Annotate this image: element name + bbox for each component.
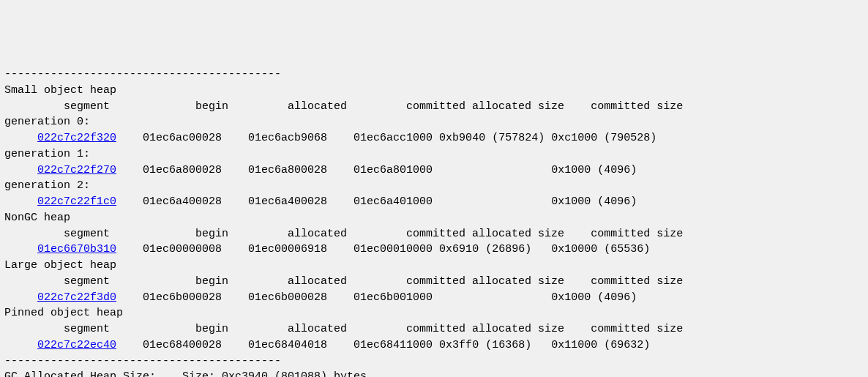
poh-header: segment begin allocated committed alloca… bbox=[4, 323, 683, 335]
gen0-indent bbox=[4, 132, 37, 144]
gen2-indent bbox=[4, 195, 37, 208]
divider-bottom: ----------------------------------------… bbox=[4, 355, 281, 367]
loh-indent bbox=[4, 291, 37, 304]
nongc-segment-link[interactable]: 01ec6670b310 bbox=[37, 243, 116, 255]
gen2-row: 01ec6a400028 01ec6a400028 01ec6a401000 0… bbox=[116, 195, 637, 208]
gen1-segment-link[interactable]: 022c7c22f270 bbox=[37, 164, 116, 176]
loh-segment-link[interactable]: 022c7c22f3d0 bbox=[37, 291, 116, 304]
poh-row: 01ec68400028 01ec68404018 01ec68411000 0… bbox=[116, 339, 650, 351]
loh-label: Large object heap bbox=[4, 259, 116, 272]
poh-label: Pinned object heap bbox=[4, 307, 123, 319]
gc-allocated-total: GC Allocated Heap Size: Size: 0xc3940 (8… bbox=[4, 370, 373, 377]
gen0-row: 01ec6ac00028 01ec6acb9068 01ec6acc1000 0… bbox=[116, 132, 656, 144]
gen2-label: generation 2: bbox=[4, 179, 90, 192]
nongc-indent bbox=[4, 243, 37, 255]
soh-label: Small object heap bbox=[4, 84, 116, 97]
nongc-label: NonGC heap bbox=[4, 212, 70, 224]
gen1-label: generation 1: bbox=[4, 148, 90, 160]
gen2-segment-link[interactable]: 022c7c22f1c0 bbox=[37, 195, 116, 208]
nongc-row: 01ec00000008 01ec00006918 01ec00010000 0… bbox=[116, 243, 650, 255]
soh-header: segment begin allocated committed alloca… bbox=[4, 100, 683, 113]
poh-segment-link[interactable]: 022c7c22ec40 bbox=[37, 339, 116, 351]
gen0-label: generation 0: bbox=[4, 116, 90, 128]
divider-top: ----------------------------------------… bbox=[4, 68, 281, 81]
loh-header: segment begin allocated committed alloca… bbox=[4, 275, 683, 288]
nongc-header: segment begin allocated committed alloca… bbox=[4, 228, 683, 240]
poh-indent bbox=[4, 339, 37, 351]
loh-row: 01ec6b000028 01ec6b000028 01ec6b001000 0… bbox=[116, 291, 637, 304]
gen1-row: 01ec6a800028 01ec6a800028 01ec6a801000 0… bbox=[116, 164, 637, 176]
gen0-segment-link[interactable]: 022c7c22f320 bbox=[37, 132, 116, 144]
gen1-indent bbox=[4, 164, 37, 176]
